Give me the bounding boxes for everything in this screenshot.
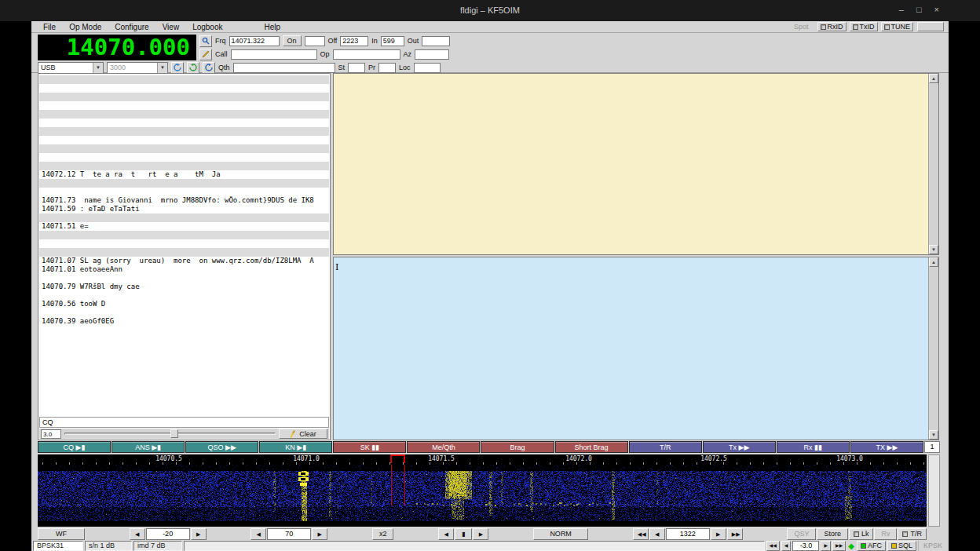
rst-out-input[interactable]: [422, 36, 450, 46]
rst-in-input[interactable]: [381, 36, 404, 46]
rx-scrollbar[interactable]: ▲ ▼: [928, 74, 938, 254]
waterfall-display[interactable]: 14070.514071.014071.514072.014072.514073…: [38, 454, 927, 527]
macro-ans[interactable]: ANS ▶▮: [112, 441, 185, 453]
wf-range-down-button[interactable]: ◀: [250, 528, 266, 540]
macro-rx[interactable]: Rx ▮▮: [777, 441, 850, 453]
wf-shift-right-button[interactable]: ▶: [473, 528, 488, 540]
browser-channel-row[interactable]: [39, 188, 329, 196]
menu-view[interactable]: View: [163, 23, 180, 31]
macro-tx[interactable]: Tx ▶▶: [703, 441, 776, 453]
rxid-toggle[interactable]: RxID: [817, 22, 847, 31]
edit-entry-icon[interactable]: [199, 49, 212, 60]
store-button[interactable]: Store: [817, 528, 848, 540]
st-input[interactable]: [348, 63, 365, 73]
menu-file[interactable]: File: [43, 23, 56, 31]
afc-toggle[interactable]: AFC: [857, 541, 886, 551]
scroll-up-icon[interactable]: ▲: [929, 74, 938, 83]
frequency-offset-value[interactable]: -3.0: [792, 541, 819, 551]
scroll-up-icon[interactable]: ▲: [929, 257, 938, 267]
browser-channel-row[interactable]: [39, 84, 329, 93]
carrier-right-fast-button[interactable]: ▶▶: [727, 528, 743, 540]
recall-frequency-icon[interactable]: [187, 62, 199, 74]
browser-channel-row[interactable]: [39, 291, 329, 300]
txrx-toggle[interactable]: T/R: [898, 528, 927, 540]
restore-frequency-icon[interactable]: [171, 62, 184, 74]
browser-seek-input[interactable]: [39, 417, 329, 428]
macro-cq[interactable]: CQ ▶▮: [38, 441, 111, 453]
sql-toggle[interactable]: SQL: [887, 541, 916, 551]
browser-clear-button[interactable]: Clear: [279, 429, 327, 439]
carrier-left-fast-button[interactable]: ◀◀: [633, 528, 649, 540]
macro-me-qth[interactable]: Me/Qth: [407, 441, 480, 453]
time-off-input[interactable]: [340, 36, 368, 46]
add-frequency-icon[interactable]: [203, 62, 215, 74]
qso-search-icon[interactable]: [199, 35, 212, 47]
macro-tx-lock[interactable]: TX ▶▶: [850, 441, 923, 453]
browser-channel-row[interactable]: [39, 231, 329, 239]
chevron-down-icon[interactable]: ▼: [93, 63, 103, 73]
offset-right-button[interactable]: ▶: [821, 541, 831, 551]
browser-channel-row[interactable]: [39, 75, 329, 84]
macro-set-indicator[interactable]: 1: [924, 441, 940, 453]
bandwidth-select[interactable]: 3000 ▼: [107, 62, 168, 74]
reverse-button[interactable]: Rv: [874, 528, 897, 540]
browser-channel-row[interactable]: 14071.59 : eTaD eTaTati: [39, 205, 329, 213]
browser-channel-row[interactable]: 14071.01 eotoaeeAnn: [39, 265, 329, 274]
menubar-blank-button[interactable]: [917, 22, 944, 31]
browser-channel-row[interactable]: 14070.56 tooW D: [39, 300, 329, 308]
macro-short-brag[interactable]: Short Brag: [555, 441, 628, 453]
macro-brag[interactable]: Brag: [481, 441, 554, 453]
browser-level-slider[interactable]: [64, 429, 276, 439]
browser-channel-row[interactable]: [39, 127, 329, 136]
wf-speed-button[interactable]: NORM: [533, 528, 588, 540]
qth-input[interactable]: [233, 63, 335, 73]
menu-help[interactable]: Help: [265, 23, 281, 31]
browser-channel-row[interactable]: [39, 119, 329, 127]
waterfall-canvas[interactable]: [38, 465, 927, 527]
mode-select[interactable]: USB ▼: [38, 62, 104, 74]
scroll-down-icon[interactable]: ▼: [929, 245, 938, 254]
wf-mode-button[interactable]: WF: [38, 528, 85, 540]
passband-marker[interactable]: [390, 454, 405, 463]
browser-channel-row[interactable]: 14071.51 e=: [39, 222, 329, 231]
macro-sk[interactable]: SK ▮▮: [333, 441, 406, 453]
wf-range-up-button[interactable]: ▶: [312, 528, 327, 540]
menu-configure[interactable]: Configure: [115, 23, 148, 31]
mode-indicator[interactable]: BPSK31: [33, 541, 83, 551]
wf-shift-left-button[interactable]: ◀: [438, 528, 454, 540]
maximize-button[interactable]: □: [916, 5, 922, 14]
az-input[interactable]: [415, 49, 449, 60]
menu-op-mode[interactable]: Op Mode: [69, 23, 101, 31]
loc-input[interactable]: [414, 63, 441, 73]
macro-tr[interactable]: T/R: [629, 441, 702, 453]
scroll-down-icon[interactable]: ▼: [929, 430, 938, 440]
chevron-down-icon[interactable]: ▼: [157, 63, 167, 73]
wf-amp-down-button[interactable]: ◀: [130, 528, 145, 540]
tx-text-pane[interactable]: I ▲ ▼: [333, 257, 939, 440]
browser-channel-row[interactable]: [39, 239, 329, 248]
pr-input[interactable]: [378, 63, 396, 73]
offset-left-button[interactable]: ◀: [781, 541, 792, 551]
wf-amp-value[interactable]: -20: [146, 528, 190, 540]
op-input[interactable]: [333, 49, 400, 60]
browser-channel-row[interactable]: [39, 110, 329, 119]
browser-channel-row[interactable]: [39, 162, 329, 170]
wf-center-button[interactable]: ▮: [455, 528, 472, 540]
browser-channel-row[interactable]: [39, 308, 329, 317]
browser-channel-row[interactable]: 14070.79 W7RšBl dmy cae: [39, 283, 329, 291]
carrier-right-button[interactable]: ▶: [711, 528, 726, 540]
lock-toggle[interactable]: Lk: [849, 528, 874, 540]
time-on-input[interactable]: [305, 36, 325, 46]
close-button[interactable]: ×: [934, 5, 939, 14]
carrier-left-button[interactable]: ◀: [649, 528, 665, 540]
browser-channel-row[interactable]: [39, 144, 329, 153]
macro-qso[interactable]: QSO ▶▶: [185, 441, 258, 453]
browser-channel-row[interactable]: 14070.39 aeoGf0EG: [39, 317, 329, 326]
browser-channel-row[interactable]: 14071.07 SL ag (sorry ureau) more on www…: [39, 257, 329, 265]
browser-channel-row[interactable]: [39, 153, 329, 162]
browser-channel-row[interactable]: [39, 326, 329, 334]
minimize-button[interactable]: –: [899, 5, 904, 14]
txid-toggle[interactable]: TxID: [850, 22, 878, 31]
browser-channel-row[interactable]: [39, 179, 329, 188]
browser-channel-row[interactable]: [39, 248, 329, 257]
